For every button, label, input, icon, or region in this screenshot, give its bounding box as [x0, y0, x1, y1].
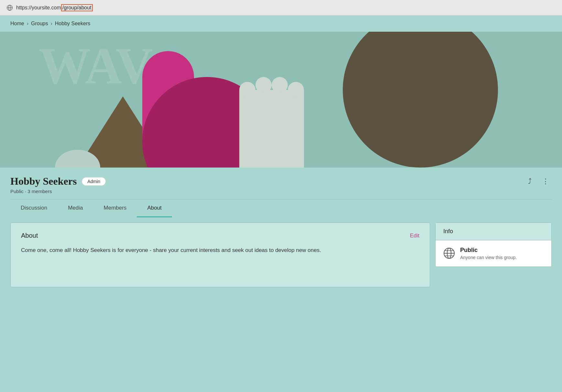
- hero-image: WAV: [0, 32, 562, 168]
- about-card-header: About Edit: [21, 232, 419, 239]
- public-icon: [443, 247, 455, 259]
- tab-discussion[interactable]: Discussion: [10, 200, 58, 217]
- breadcrumb-sep-2: ›: [50, 21, 52, 27]
- info-public-title: Public: [460, 247, 517, 254]
- group-meta: Public · 3 members: [10, 189, 552, 194]
- breadcrumb: Home › Groups › Hobby Seekers: [0, 16, 562, 32]
- breadcrumb-groups[interactable]: Groups: [31, 21, 48, 27]
- about-card-title: About: [21, 232, 38, 239]
- tab-members[interactable]: Members: [93, 200, 137, 217]
- tabs-bar: Discussion Media Members About: [0, 200, 562, 217]
- admin-badge: Admin: [82, 177, 106, 186]
- about-card: About Edit Come one, come all! Hobby See…: [10, 223, 430, 287]
- info-card-body: Public Anyone can view this group.: [436, 240, 551, 267]
- svg-text:WAV: WAV: [39, 37, 153, 95]
- edit-about-link[interactable]: Edit: [410, 233, 419, 239]
- browser-bar: https://yoursite.com/group/about: [0, 0, 562, 16]
- breadcrumb-home[interactable]: Home: [10, 21, 24, 27]
- svg-point-12: [272, 77, 288, 93]
- hero-shapes-svg: WAV: [0, 32, 562, 168]
- breadcrumb-current: Hobby Seekers: [55, 21, 90, 27]
- globe-icon: [6, 5, 13, 11]
- group-title-left: Hobby Seekers Admin: [10, 175, 106, 187]
- group-title-bar: Hobby Seekers Admin ⤴ ⋮ Public · 3 membe…: [0, 168, 562, 194]
- info-card: Info Public Anyone can view this group.: [435, 223, 552, 267]
- main-container: Home › Groups › Hobby Seekers WAV: [0, 16, 562, 392]
- share-button[interactable]: ⤴: [525, 176, 534, 187]
- svg-rect-9: [239, 90, 304, 168]
- tab-about[interactable]: About: [137, 200, 172, 217]
- group-title-actions: ⤴ ⋮: [525, 176, 552, 187]
- group-name: Hobby Seekers: [10, 175, 77, 187]
- svg-point-11: [255, 77, 272, 93]
- url-path-highlighted: /group/about: [61, 4, 93, 11]
- group-title-row: Hobby Seekers Admin ⤴ ⋮: [10, 175, 552, 187]
- url-bar[interactable]: https://yoursite.com/group/about: [16, 4, 93, 11]
- url-prefix: https://yoursite.com: [16, 5, 61, 11]
- about-description: Come one, come all! Hobby Seekers is for…: [21, 246, 419, 255]
- tab-media[interactable]: Media: [58, 200, 93, 217]
- info-public-content: Public Anyone can view this group.: [460, 247, 517, 260]
- info-public-sub: Anyone can view this group.: [460, 255, 517, 260]
- info-card-header: Info: [436, 223, 551, 240]
- svg-point-10: [239, 82, 255, 98]
- content-area: About Edit Come one, come all! Hobby See…: [0, 217, 562, 292]
- svg-point-13: [288, 82, 304, 98]
- more-options-button[interactable]: ⋮: [539, 176, 552, 187]
- breadcrumb-sep-1: ›: [27, 21, 28, 27]
